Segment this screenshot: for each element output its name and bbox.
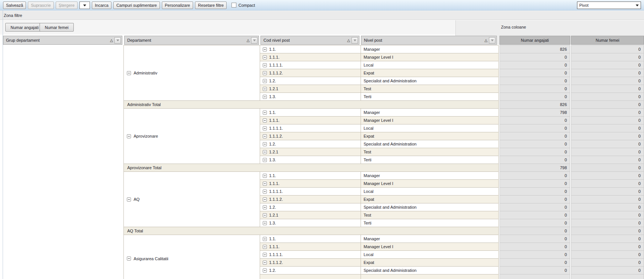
cod-nivel-post-cell[interactable]: 1.2. [260, 266, 361, 274]
collapse-icon[interactable] [127, 71, 131, 75]
collapse-icon[interactable] [263, 95, 267, 99]
department-cell[interactable]: Aprovizonare [123, 108, 260, 164]
collapse-icon[interactable] [263, 63, 267, 67]
header-filter-button[interactable] [352, 37, 358, 44]
collapse-icon[interactable] [263, 47, 267, 52]
personalize-button[interactable]: Personalizare [162, 2, 193, 9]
cod-nivel-post-cell[interactable]: 1.2.1 [260, 148, 361, 156]
collapse-icon[interactable] [263, 142, 267, 146]
cod-nivel-post-cell[interactable]: 1.1.1.1. [260, 61, 361, 69]
field-chip-numar-angajati[interactable]: Numar angajati [5, 23, 44, 32]
total-row: Aprovizonare Total7980 [0, 164, 644, 172]
field-chip-numar-femei[interactable]: Numar femei [40, 23, 74, 32]
collapse-icon[interactable] [263, 87, 267, 91]
value-label: 0 [638, 252, 641, 257]
cod-nivel-post-cell[interactable]: 1.2. [260, 140, 361, 148]
collapse-icon[interactable] [263, 268, 267, 273]
collapse-icon[interactable] [263, 253, 267, 257]
cod-nivel-post-cell[interactable]: 1.1.1.1. [260, 187, 361, 196]
collapse-icon[interactable] [263, 182, 267, 186]
header-nivel-post[interactable]: Nivel post △ [361, 36, 497, 45]
department-cell[interactable]: Asigurarea Calitatii [123, 235, 260, 279]
value-cell-numar-femei: 0 [571, 69, 644, 77]
collapse-icon[interactable] [263, 213, 267, 217]
cod-nivel-post-cell[interactable]: 1.1.1.1. [260, 250, 361, 259]
header-label: Cod nivel post [263, 38, 347, 42]
collapse-icon[interactable] [263, 134, 267, 138]
load-button[interactable]: Incarca [92, 2, 111, 9]
collapse-icon[interactable] [127, 197, 131, 202]
header-numar-angajati[interactable]: Numar angajati [499, 36, 570, 45]
cod-nivel-post-cell[interactable]: 1.1.1. [260, 53, 361, 61]
cod-nivel-post-label: 1.1. [269, 237, 276, 241]
cod-nivel-post-cell[interactable]: 1.3. [260, 219, 361, 227]
save-button[interactable]: Salvează [3, 2, 26, 9]
reset-filters-button[interactable]: Resetare filtre [195, 2, 227, 9]
collapse-icon[interactable] [263, 126, 267, 130]
header-filter-button[interactable] [251, 37, 257, 44]
cod-nivel-post-cell[interactable]: 1.3. [260, 156, 361, 164]
collapse-icon[interactable] [263, 118, 267, 123]
header-filter-button[interactable] [114, 37, 121, 44]
collapse-icon[interactable] [127, 134, 131, 138]
department-label: AQ [134, 197, 140, 202]
collapse-icon[interactable] [263, 190, 267, 194]
cod-nivel-post-cell[interactable]: 1.1.1.2. [260, 258, 361, 267]
collapse-icon[interactable] [263, 237, 267, 241]
collapse-icon[interactable] [263, 205, 267, 209]
header-cod-nivel-post[interactable]: Cod nivel post △ [260, 36, 359, 45]
cod-nivel-post-cell[interactable]: 1.3. [260, 92, 361, 101]
header-filter-button[interactable] [489, 37, 495, 44]
cod-nivel-post-label: 1.1.1.1. [269, 189, 283, 194]
cod-nivel-post-label: 1.3. [269, 158, 276, 162]
cod-nivel-post-cell[interactable]: 1.2. [260, 77, 361, 85]
collapse-icon[interactable] [263, 55, 267, 59]
cod-nivel-post-cell[interactable]: 1.1.1. [260, 179, 361, 188]
cod-nivel-post-cell[interactable]: 1.1. [260, 235, 361, 243]
collapse-icon[interactable] [263, 221, 267, 225]
cod-nivel-post-cell[interactable]: 1.1.1. [260, 243, 361, 251]
cod-nivel-post-cell[interactable]: 1.1. [260, 45, 361, 53]
cod-nivel-post-cell[interactable]: 1.1.1. [260, 116, 361, 124]
cod-nivel-post-cell[interactable]: 1.1.1.2. [260, 132, 361, 140]
cod-nivel-post-cell[interactable]: 1.1. [260, 108, 361, 117]
collapse-icon[interactable] [263, 71, 267, 75]
view-mode-select[interactable]: Pivot [577, 2, 641, 9]
cod-nivel-post-cell[interactable]: 1.1.1.2. [260, 69, 361, 77]
value-label: 0 [638, 237, 641, 241]
nivel-post-cell: Test [361, 148, 499, 156]
total-value-cell-numar-femei: 0 [571, 227, 644, 235]
collapse-icon[interactable] [263, 174, 267, 178]
extra-fields-button[interactable]: Campuri suplimentare [113, 2, 160, 9]
collapse-icon[interactable] [263, 197, 267, 202]
department-cell[interactable]: Administrativ [123, 45, 260, 101]
value-label: 0 [638, 118, 641, 123]
cod-nivel-post-cell[interactable]: 1.2.1 [260, 85, 361, 93]
cod-nivel-post-cell[interactable]: 1.1.1.2. [260, 195, 361, 203]
header-label: Departament [127, 38, 247, 42]
collapse-icon[interactable] [263, 79, 267, 83]
cod-nivel-post-cell[interactable]: 1.1. [260, 171, 361, 180]
value-label: 0 [638, 268, 641, 273]
nivel-post-label: Expat [364, 260, 374, 265]
nivel-post-label: Specialist and Administration [364, 142, 417, 146]
collapse-icon[interactable] [263, 150, 267, 154]
value-cell-numar-angajati: 0 [499, 171, 570, 180]
collapse-icon[interactable] [263, 111, 267, 115]
value-cell-numar-angajati: 0 [499, 92, 570, 101]
layout-combobox[interactable] [79, 2, 90, 9]
collapse-icon[interactable] [263, 245, 267, 249]
department-cell[interactable]: AQ [123, 171, 260, 227]
cod-nivel-post-cell[interactable]: 1.1.1.1. [260, 124, 361, 132]
compact-checkbox[interactable] [231, 3, 236, 8]
collapse-icon[interactable] [127, 256, 131, 261]
header-numar-femei[interactable]: Numar femei [571, 36, 644, 45]
header-grup-departament[interactable]: Grup departament △ [3, 36, 122, 45]
cod-nivel-post-cell[interactable]: 1.2. [260, 203, 361, 211]
collapse-icon[interactable] [263, 261, 267, 265]
collapse-icon[interactable] [263, 158, 267, 162]
cod-nivel-post-cell[interactable] [260, 274, 361, 279]
cod-nivel-post-label: 1.1.1. [269, 181, 280, 186]
header-departament[interactable]: Departament △ [124, 36, 259, 45]
cod-nivel-post-cell[interactable]: 1.2.1 [260, 211, 361, 219]
